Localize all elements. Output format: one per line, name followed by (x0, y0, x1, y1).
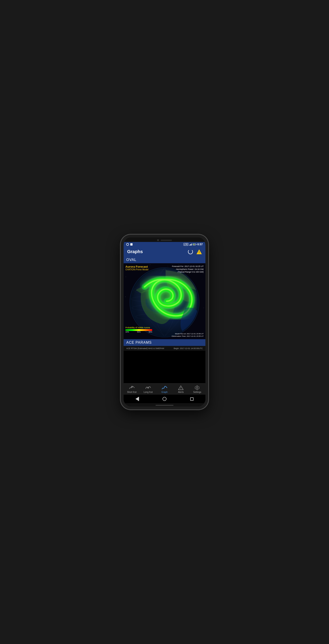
home-indicator (156, 405, 173, 406)
bottom-nav: Short fcst Long fcst (124, 383, 205, 395)
nav-item-short-fcst[interactable]: Short fcst (124, 385, 140, 393)
legend-label: Probability of Visible Aurora (125, 326, 152, 329)
svg-point-28 (181, 389, 181, 389)
ace-info-right-text: Begin: 2017-12-01 14:00:00UTC (174, 347, 203, 350)
forecast-for-text: Forecast For: 2017-12-01 16:25 UT (172, 265, 204, 268)
svg-point-13 (203, 308, 204, 308)
recents-button[interactable] (188, 396, 195, 402)
camera-dot (157, 239, 159, 241)
svg-point-29 (196, 387, 198, 389)
ace-info-bar: ACE RTSW (Estimated) MAG & SWEPAM Begin:… (124, 346, 205, 351)
phone-bottom-bar (124, 403, 205, 406)
aurora-info-top-right: Forecast For: 2017-12-01 16:25 UT Hemisp… (172, 265, 204, 274)
ovation-model-label: OVATION-Prime Model (125, 268, 148, 271)
status-time: 6:57 (197, 243, 203, 246)
short-fcst-icon (129, 385, 135, 390)
svg-point-12 (125, 297, 125, 297)
lte-badge: LTE (184, 243, 188, 246)
model-run-text: Model Run at: 2017-12-01 15:56 UT (172, 332, 204, 335)
graph-label: Graph (161, 391, 168, 393)
legend-color-bar (125, 329, 152, 331)
svg-point-11 (202, 279, 202, 279)
oval-section-title: OVAL (126, 258, 137, 262)
status-right-icons: LTE ⚡ 6:57 (184, 243, 203, 246)
ace-params-section: ACE PARAMS ACE RTSW (Estimated) MAG & SW… (124, 339, 205, 351)
speaker-bar (161, 240, 172, 241)
graph-icon (162, 385, 167, 390)
nav-item-settings[interactable]: Settings (189, 385, 205, 393)
legend-tick-10: 10% (125, 331, 129, 333)
ace-section-header: ACE PARAMS (124, 339, 205, 346)
phone-device: LTE ⚡ 6:57 Graphs (121, 235, 208, 409)
status-left-icons (126, 243, 133, 246)
home-button[interactable] (161, 396, 168, 402)
aurora-info-top-left: Aurora Forecast OVATION-Prime Model (125, 265, 148, 271)
aurora-legend: Probability of Visible Aurora 10% 50% 90… (125, 326, 152, 333)
main-content: OVAL (124, 256, 205, 383)
model-run-info: Model Run at: 2017-12-01 15:56 UT Observ… (172, 332, 204, 338)
notification-icon (126, 243, 129, 246)
legend-tick-90: 90% (149, 331, 152, 333)
typical-range-text: (Typical Range 5 to 150 GW) (172, 270, 204, 274)
warning-icon[interactable]: ! (196, 249, 202, 254)
observation-time-text: Observation Time: 2017-12-01 15:55 UT (172, 335, 204, 338)
hemispheric-power-text: Hemispheric Power: 24.16 GW (172, 268, 204, 271)
alerts-icon (178, 385, 184, 390)
oval-section-header: OVAL (124, 256, 205, 263)
alerts-label: Alerts (178, 391, 184, 393)
refresh-icon[interactable] (188, 249, 193, 254)
app-bar-actions: ! (188, 249, 202, 254)
status-bar: LTE ⚡ 6:57 (124, 242, 205, 247)
app-bar: Graphs ! (124, 247, 205, 256)
signal-icon (189, 243, 192, 246)
settings-icon (194, 385, 200, 390)
svg-point-5 (168, 266, 168, 266)
nav-item-alerts[interactable]: Alerts (173, 385, 189, 393)
sim-icon (130, 243, 133, 246)
phone-screen: LTE ⚡ 6:57 Graphs (124, 238, 205, 406)
android-nav-bar (124, 395, 205, 403)
short-fcst-label: Short fcst (127, 391, 136, 393)
phone-top-decoration (124, 238, 205, 242)
svg-point-10 (126, 277, 126, 277)
ace-info-left-text: ACE RTSW (Estimated) MAG & SWEPAM (126, 347, 164, 350)
legend-tick-50: 50% (137, 331, 141, 333)
aurora-map-container: Aurora Filter (124, 263, 205, 339)
globe-wrapper: Aurora Filter (124, 263, 205, 339)
settings-label: Settings (193, 391, 201, 393)
long-fcst-label: Long fcst (144, 391, 153, 393)
aurora-forecast-title: Aurora Forecast (125, 265, 148, 268)
nav-item-graph[interactable]: Graph (156, 385, 173, 393)
svg-point-4 (150, 264, 150, 265)
back-button[interactable] (134, 396, 141, 402)
app-title: Graphs (127, 249, 143, 254)
long-fcst-icon (145, 385, 151, 390)
battery-icon: ⚡ (193, 244, 196, 245)
ace-section-title: ACE PARAMS (126, 340, 152, 344)
legend-ticks: 10% 50% 90% (125, 331, 152, 333)
nav-item-long-fcst[interactable]: Long fcst (140, 385, 156, 393)
